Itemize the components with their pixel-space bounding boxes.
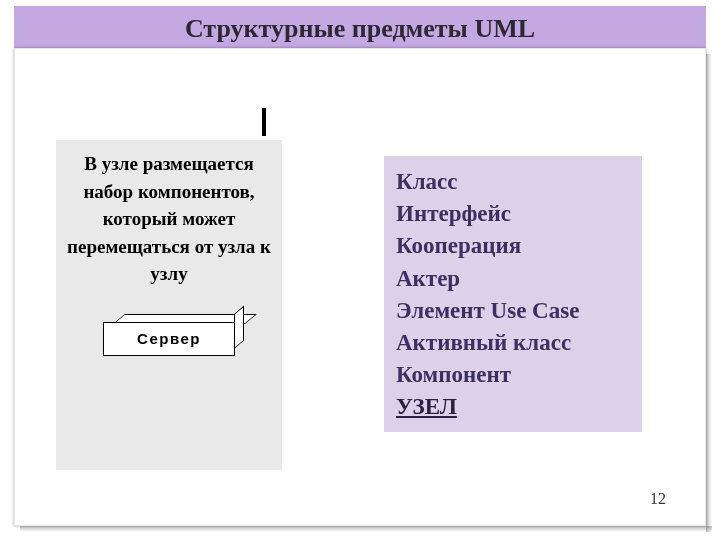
list-item: Класс — [396, 166, 630, 198]
text-cursor — [262, 108, 266, 136]
list-item: Интерфейс — [396, 198, 630, 230]
server-node-diagram: Сервер — [64, 322, 274, 364]
cuboid-icon: Сервер — [103, 322, 235, 364]
list-item: Активный класс — [396, 327, 630, 359]
items-panel: Класс Интерфейс Кооперация Актер Элемент… — [384, 156, 642, 432]
description-panel: В узле размещается набор компонентов, ко… — [56, 140, 282, 470]
shadow — [20, 526, 712, 532]
node-description: В узле размещается набор компонентов, ко… — [64, 150, 274, 288]
server-label: Сервер — [103, 322, 235, 356]
slide: Структурные предметы UML В узле размещае… — [0, 0, 720, 540]
list-item: Актер — [396, 263, 630, 295]
title-bar: Структурные предметы UML — [14, 6, 706, 52]
list-item-emphasized: УЗЕЛ — [396, 391, 630, 423]
list-item: Кооперация — [396, 230, 630, 262]
list-item: Компонент — [396, 359, 630, 391]
page-number: 12 — [650, 490, 666, 508]
page-title: Структурные предметы UML — [185, 14, 535, 44]
list-item: Элемент Use Case — [396, 295, 630, 327]
content-frame: В узле размещается набор компонентов, ко… — [14, 48, 706, 526]
